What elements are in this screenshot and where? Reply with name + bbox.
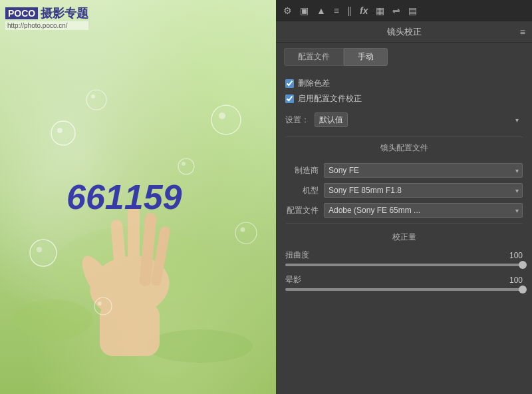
slider-distortion-name: 扭曲度: [285, 250, 309, 261]
checkbox-row-profile: 启用配置文件校正: [285, 93, 523, 104]
model-select[interactable]: Sony FE 85mm F1.8: [324, 183, 523, 198]
settings-select-wrapper: 默认值: [315, 112, 523, 127]
lens-icon[interactable]: ⇌: [390, 4, 402, 17]
divider-1: [285, 136, 523, 137]
panel-title: 镜头校正: [387, 26, 422, 38]
tone-icon[interactable]: ∥: [345, 4, 354, 17]
profile-file-select-wrapper: Adobe (Sony FE 65mm ...: [324, 203, 523, 218]
tabs-row: 配置文件 手动: [276, 43, 532, 71]
model-row: 机型 Sony FE 85mm F1.8: [285, 183, 523, 198]
checkbox-chromatic-label: 删除色差: [298, 78, 330, 89]
profile-file-label: 配置文件: [285, 205, 319, 216]
grid-icon[interactable]: ▣: [298, 4, 311, 17]
divider-2: [285, 223, 523, 224]
watermark-number: 661159: [66, 177, 182, 217]
manufacturer-select[interactable]: Sony FE: [324, 163, 523, 178]
slider-vignette-value: 100: [503, 276, 523, 285]
correction-section-title: 校正量: [285, 232, 523, 243]
fx-icon[interactable]: fx: [358, 4, 370, 17]
tab-profile[interactable]: 配置文件: [284, 48, 344, 66]
slider-row-vignette: 晕影 100: [285, 274, 523, 291]
settings-label: 设置：: [285, 114, 309, 126]
brand-logo: POCO 摄影专题: [5, 5, 88, 21]
checkbox-profile[interactable]: [285, 95, 294, 103]
list-icon[interactable]: ≡: [332, 4, 341, 17]
checkbox-group: 删除色差 启用配置文件校正: [285, 78, 523, 104]
slider-section: 校正量 扭曲度 100 晕影 100: [285, 232, 523, 291]
checkbox-profile-label: 启用配置文件校正: [298, 93, 362, 104]
checkbox-chromatic[interactable]: [285, 79, 294, 88]
slider-distortion-fill: [285, 264, 523, 266]
slider-vignette-thumb[interactable]: [519, 286, 527, 294]
camera-icon[interactable]: ▤: [406, 4, 419, 17]
profile-file-select[interactable]: Adobe (Sony FE 65mm ...: [324, 203, 523, 218]
settings-icon[interactable]: ⚙: [281, 4, 294, 17]
slider-vignette-header: 晕影 100: [285, 274, 523, 286]
checkbox-row-chromatic: 删除色差: [285, 78, 523, 89]
profile-file-row: 配置文件 Adobe (Sony FE 65mm ...: [285, 203, 523, 218]
settings-select[interactable]: 默认值: [315, 112, 348, 127]
manufacturer-row: 制造商 Sony FE: [285, 163, 523, 178]
slider-vignette-fill: [285, 288, 523, 291]
right-panel: ⚙ ▣ ▲ ≡ ∥ fx ▦ ⇌ ▤ 镜头校正 ≡ 配置文件 手动 删除色差 启…: [276, 0, 532, 394]
brand-suffix: 摄影专题: [41, 5, 88, 21]
photo-panel: POCO 摄影专题 http://photo.poco.cn/: [0, 0, 276, 394]
lens-profile-heading: 镜头配置文件: [285, 142, 523, 156]
watermark-top: POCO 摄影专题 http://photo.poco.cn/: [5, 5, 88, 30]
panel-header: 镜头校正 ≡: [276, 21, 532, 43]
settings-row: 设置： 默认值: [285, 112, 523, 127]
slider-distortion-thumb[interactable]: [519, 261, 527, 269]
histogram-icon[interactable]: ▲: [315, 4, 328, 17]
poco-text: POCO: [5, 7, 38, 19]
slider-row-distortion: 扭曲度 100: [285, 250, 523, 266]
slider-distortion-header: 扭曲度 100: [285, 250, 523, 261]
panel-content: 删除色差 启用配置文件校正 设置： 默认值 镜头配置文件 制造商 S: [276, 71, 532, 394]
slider-distortion-track[interactable]: [285, 264, 523, 266]
tab-manual[interactable]: 手动: [344, 48, 388, 66]
slider-vignette-name: 晕影: [285, 274, 301, 286]
slider-vignette-track[interactable]: [285, 288, 523, 291]
photo-url: http://photo.poco.cn/: [5, 21, 88, 30]
manufacturer-select-wrapper: Sony FE: [324, 163, 523, 178]
panel-menu-icon[interactable]: ≡: [520, 27, 525, 37]
detail-icon[interactable]: ▦: [374, 4, 386, 17]
toolbar: ⚙ ▣ ▲ ≡ ∥ fx ▦ ⇌ ▤: [276, 0, 532, 21]
slider-distortion-value: 100: [503, 251, 523, 260]
model-label: 机型: [285, 185, 319, 196]
model-select-wrapper: Sony FE 85mm F1.8: [324, 183, 523, 198]
manufacturer-label: 制造商: [285, 165, 319, 176]
